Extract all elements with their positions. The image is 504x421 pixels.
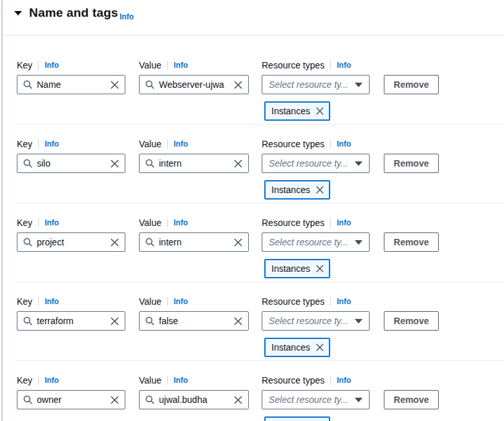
row-tokens: Instances [0,416,504,421]
label-separator [330,297,331,306]
resource-types-select[interactable]: Select resource ty... [262,75,370,94]
value-label: Value [139,218,162,228]
key-input[interactable] [32,316,110,326]
value-field [139,75,249,94]
label-separator [167,297,168,306]
token-dismiss-icon[interactable] [316,344,324,351]
resource-types-info-link[interactable]: Info [337,376,351,385]
clear-value-icon[interactable] [234,238,242,247]
key-input[interactable] [32,237,110,247]
resource-types-select[interactable]: Select resource ty... [262,311,370,331]
value-info-link[interactable]: Info [174,218,188,227]
label-separator [167,376,168,385]
search-icon [145,80,154,89]
key-info-link[interactable]: Info [45,61,59,70]
key-label: Key [17,375,32,385]
key-input[interactable] [32,395,110,405]
remove-button[interactable]: Remove [384,232,439,252]
clear-key-icon[interactable] [110,396,119,404]
value-info-link[interactable]: Info [174,139,188,149]
resource-types-select[interactable]: Select resource ty... [262,154,370,173]
row-divider [16,282,504,282]
row-divider [16,124,504,125]
token-label: Instances [271,342,310,353]
key-field [17,390,125,409]
value-label: Value [139,375,162,385]
label-separator [38,376,39,385]
clear-key-icon[interactable] [110,159,119,168]
label-separator [330,139,331,149]
resource-types-placeholder: Select resource ty... [269,237,351,247]
value-input[interactable] [154,158,234,169]
key-info-link[interactable]: Info [45,218,59,227]
remove-button[interactable]: Remove [384,154,439,173]
token-dismiss-icon[interactable] [316,107,324,115]
resource-types-placeholder: Select resource ty... [269,79,351,90]
value-label: Value [139,60,162,70]
caret-down-icon [355,398,362,402]
token-label: Instances [271,106,310,116]
row-labels: Key Info Value Info Resource types Info [0,139,504,150]
key-input[interactable] [32,158,110,169]
row-tokens: Instances [0,338,504,357]
row-tokens: Instances [0,180,504,200]
collapse-caret-icon[interactable] [14,11,22,15]
resource-types-placeholder: Select resource ty... [269,316,351,326]
resource-types-label: Resource types [262,296,324,307]
key-label: Key [17,60,32,70]
clear-value-icon[interactable] [234,317,242,325]
token-dismiss-icon[interactable] [316,186,324,194]
key-info-link[interactable]: Info [45,376,59,385]
value-label: Value [139,139,162,149]
value-field [139,390,249,409]
clear-key-icon[interactable] [110,81,119,89]
section-info-link[interactable]: Info [120,12,134,21]
token-dismiss-icon[interactable] [316,265,324,272]
clear-key-icon[interactable] [110,238,119,247]
value-label: Value [139,296,162,307]
value-input[interactable] [154,395,234,405]
label-separator [330,218,331,227]
resource-types-select[interactable]: Select resource ty... [262,232,370,252]
caret-down-icon [355,83,362,87]
key-info-link[interactable]: Info [45,297,59,306]
resource-type-token: Instances [264,416,330,421]
value-field [139,154,249,173]
section-title: Name and tags [29,6,118,20]
remove-button[interactable]: Remove [384,311,439,331]
remove-button[interactable]: Remove [384,75,439,94]
row-tokens: Instances [0,259,504,278]
resource-types-info-link[interactable]: Info [337,61,351,70]
name-and-tags-panel: Name and tags Info Key Info Value Info [0,0,504,421]
label-separator [167,139,168,149]
search-icon [23,159,32,168]
resource-types-info-link[interactable]: Info [337,297,351,306]
value-input[interactable] [154,79,234,90]
value-field [139,311,249,331]
search-icon [145,159,154,168]
value-input[interactable] [154,316,234,326]
tag-row: Key Info Value Info Resource types Info [0,124,504,203]
resource-type-token: Instances [264,101,330,121]
key-info-link[interactable]: Info [45,139,59,149]
value-info-link[interactable]: Info [174,297,188,306]
row-controls: Select resource ty... Remove [0,311,504,331]
value-info-link[interactable]: Info [174,376,188,385]
remove-button[interactable]: Remove [384,390,439,409]
clear-value-icon[interactable] [234,81,242,89]
resource-types-info-link[interactable]: Info [337,139,351,149]
resource-types-info-link[interactable]: Info [337,218,351,227]
tag-row: Key Info Value Info Resource types Info [0,203,504,282]
resource-types-select[interactable]: Select resource ty... [262,390,370,409]
search-icon [145,316,154,325]
label-separator [330,61,331,70]
value-info-link[interactable]: Info [174,61,188,70]
clear-value-icon[interactable] [234,396,242,404]
search-icon [145,395,154,404]
value-input[interactable] [154,237,234,247]
key-label: Key [17,218,32,228]
row-tokens: Instances [0,101,504,121]
clear-value-icon[interactable] [234,159,242,168]
key-input[interactable] [32,79,110,90]
clear-key-icon[interactable] [110,317,119,325]
